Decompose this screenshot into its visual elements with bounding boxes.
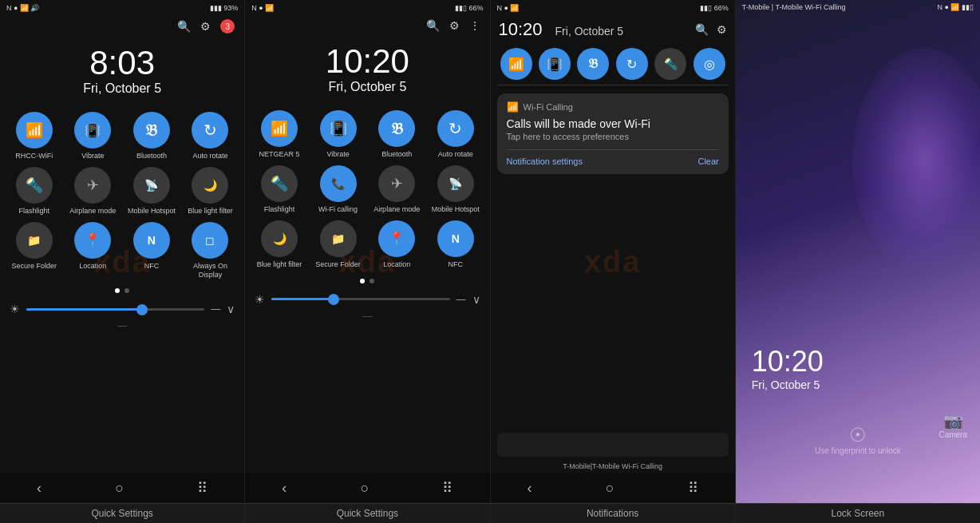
back-icon-1[interactable]: ‹: [37, 480, 41, 497]
nav-bar-1: ‹ ○ ⠿: [0, 473, 244, 503]
tile-icon-bluelight-2[interactable]: 🌙: [261, 220, 298, 257]
tile-icon-flash-1[interactable]: 🔦: [16, 167, 53, 204]
tile-flash-1[interactable]: 🔦 Flashlight: [8, 167, 61, 216]
caption-4: Lock Screen: [736, 503, 980, 523]
notif-settings-icon[interactable]: ⚙: [717, 23, 727, 36]
lock-time: 10:20: [752, 345, 824, 378]
time-display-2: 10:20 Fri, October 5: [245, 35, 489, 110]
search-icon-2[interactable]: 🔍: [426, 19, 440, 32]
tile-folder-2[interactable]: 📁 Secure Folder: [312, 220, 365, 269]
settings-icon-2[interactable]: ⚙: [449, 19, 460, 32]
tile-icon-wificalling-2[interactable]: 📞: [320, 165, 357, 202]
tile-icon-folder-2[interactable]: 📁: [320, 220, 357, 257]
tile-aod-1[interactable]: ◻ Always On Display: [184, 222, 237, 279]
recents-icon-2[interactable]: ⠿: [442, 479, 452, 497]
notif-toolbar-icons: 🔍 ⚙: [695, 23, 727, 36]
brightness-thumb-2[interactable]: [328, 294, 339, 305]
tile-icon-folder-1[interactable]: 📁: [16, 222, 53, 259]
tile-icon-hotspot-2[interactable]: 📡: [437, 165, 474, 202]
recents-icon-3[interactable]: ⠿: [688, 479, 698, 497]
recents-icon-1[interactable]: ⠿: [197, 479, 207, 497]
strip-flash[interactable]: 🔦: [654, 48, 686, 80]
back-icon-2[interactable]: ‹: [282, 480, 286, 497]
tile-bluelight-2[interactable]: 🌙 Blue light filter: [253, 220, 306, 269]
notification-badge-1[interactable]: 3: [220, 19, 235, 34]
strip-bluetooth[interactable]: 𝔅: [577, 48, 609, 80]
tile-icon-wifi-1[interactable]: 📶: [16, 112, 53, 149]
notif-empty-area: [491, 179, 735, 430]
tile-wificalling-2[interactable]: 📞 Wi-Fi calling: [312, 165, 365, 214]
home-icon-2[interactable]: ○: [360, 480, 369, 497]
tile-bluelight-1[interactable]: 🌙 Blue light filter: [184, 167, 237, 216]
brightness-bar-2[interactable]: [271, 298, 449, 300]
lock-fingerprint-area[interactable]: ☉ Use fingerprint to unlock: [815, 424, 901, 455]
tile-icon-bluetooth-2[interactable]: 𝔅: [378, 110, 415, 147]
tile-hotspot-2[interactable]: 📡 Mobile Hotspot: [429, 165, 482, 214]
more-icon-2[interactable]: ⋮: [469, 19, 480, 32]
brightness-expand-1[interactable]: ∨: [227, 303, 235, 315]
settings-icon-1[interactable]: ⚙: [200, 20, 211, 33]
notif-search-icon[interactable]: 🔍: [695, 23, 709, 36]
tile-icon-rotate-2[interactable]: ↻: [437, 110, 474, 147]
nav-bar-2: ‹ ○ ⠿: [245, 473, 489, 503]
tile-nfc-2[interactable]: N NFC: [429, 220, 482, 269]
strip-vibrate[interactable]: 📳: [539, 48, 571, 80]
home-icon-1[interactable]: ○: [115, 480, 124, 497]
notif-settings-btn[interactable]: Notification settings: [507, 157, 583, 166]
notification-card[interactable]: 📶 Wi-Fi Calling Calls will be made over …: [497, 93, 729, 174]
tile-location-1[interactable]: 📍 Location: [67, 222, 120, 279]
status-bar-1: N ● 📶 🔊 ▮▮▮ 93%: [0, 0, 244, 16]
tile-label-nfc-2: NFC: [448, 260, 463, 269]
tile-flash-2[interactable]: 🔦 Flashlight: [253, 165, 306, 214]
tile-icon-airplane-2[interactable]: ✈: [378, 165, 415, 202]
lock-camera-area[interactable]: 📷 Camera: [939, 411, 967, 439]
tile-icon-rotate-1[interactable]: ↻: [192, 112, 228, 149]
tile-icon-bluetooth-1[interactable]: 𝔅: [133, 112, 170, 149]
tile-icon-bluelight-1[interactable]: 🌙: [192, 167, 228, 204]
notif-clear-btn[interactable]: Clear: [697, 157, 718, 166]
time-display-1: 8:03 Fri, October 5: [0, 37, 244, 112]
fingerprint-icon[interactable]: ☉: [815, 424, 901, 446]
lock-status-icons: N ● 📶 ▮▮▯: [938, 3, 974, 11]
home-icon-3[interactable]: ○: [606, 480, 614, 497]
back-icon-3[interactable]: ‹: [528, 480, 532, 497]
brightness-row-2: ☀ — ∨: [245, 290, 489, 309]
brightness-thumb-1[interactable]: [136, 304, 148, 315]
panel-qs2: N ● 📶 ▮▮▯ 66% 🔍 ⚙ ⋮ 10:20 Fri, October 5…: [245, 0, 490, 523]
tile-wifi-2[interactable]: 📶 NETGEAR 5: [253, 110, 306, 159]
camera-icon[interactable]: 📷: [939, 411, 967, 430]
tile-icon-hotspot-1[interactable]: 📡: [133, 167, 170, 204]
tile-bluetooth-2[interactable]: 𝔅 Bluetooth: [370, 110, 423, 159]
tile-icon-nfc-1[interactable]: N: [133, 222, 170, 259]
tile-icon-vibrate-2[interactable]: 📳: [320, 110, 357, 147]
tile-icon-location-1[interactable]: 📍: [74, 222, 111, 259]
strip-wifi[interactable]: 📶: [500, 48, 532, 80]
tile-rotate-2[interactable]: ↻ Auto rotate: [429, 110, 482, 159]
search-icon-1[interactable]: 🔍: [177, 20, 191, 33]
status-bar-2: N ● 📶 ▮▮▯ 66%: [245, 0, 489, 16]
tile-icon-aod-1[interactable]: ◻: [192, 222, 228, 259]
brightness-bar-1[interactable]: [26, 308, 204, 311]
tile-bluetooth-1[interactable]: 𝔅 Bluetooth: [125, 112, 178, 160]
tile-rotate-1[interactable]: ↻ Auto rotate: [184, 112, 237, 160]
tile-airplane-1[interactable]: ✈ Airplane mode: [67, 167, 120, 216]
tile-icon-airplane-1[interactable]: ✈: [74, 167, 111, 204]
tile-airplane-2[interactable]: ✈ Airplane mode: [370, 165, 423, 214]
tile-vibrate-2[interactable]: 📳 Vibrate: [312, 110, 365, 159]
tile-vibrate-1[interactable]: 📳 Vibrate: [67, 112, 120, 160]
tile-icon-vibrate-1[interactable]: 📳: [74, 112, 111, 149]
tile-wifi-1[interactable]: 📶 RHCC-WiFi: [8, 112, 61, 160]
tile-icon-flash-2[interactable]: 🔦: [261, 165, 298, 202]
tile-label-rotate-2: Auto rotate: [438, 150, 473, 159]
tile-folder-1[interactable]: 📁 Secure Folder: [8, 222, 61, 279]
tile-label-flash-1: Flashlight: [19, 207, 50, 216]
tile-icon-wifi-2[interactable]: 📶: [261, 110, 298, 147]
strip-rotate[interactable]: ↻: [616, 48, 648, 80]
tile-hotspot-1[interactable]: 📡 Mobile Hotspot: [125, 167, 178, 216]
brightness-expand-2[interactable]: ∨: [472, 293, 480, 306]
tile-icon-location-2[interactable]: 📍: [378, 220, 415, 257]
tile-nfc-1[interactable]: N NFC: [125, 222, 178, 279]
tile-location-2[interactable]: 📍 Location: [370, 220, 423, 269]
tile-icon-nfc-2[interactable]: N: [437, 220, 474, 257]
strip-extra[interactable]: ◎: [694, 48, 725, 80]
